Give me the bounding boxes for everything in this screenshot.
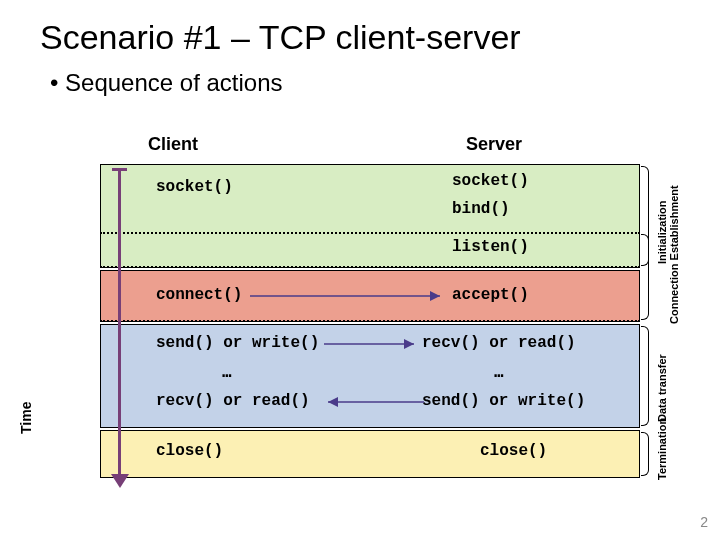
server-send: send() or write() bbox=[422, 392, 585, 410]
client-close: close() bbox=[156, 442, 223, 460]
client-recv: recv() or read() bbox=[156, 392, 310, 410]
sequence-diagram: Client Server Time socket() connect() se… bbox=[64, 134, 658, 504]
dotted-separator bbox=[100, 232, 640, 234]
server-socket: socket() bbox=[452, 172, 529, 190]
time-axis-arrow-icon bbox=[111, 474, 129, 488]
phase-label-connection: Connection Establishment bbox=[668, 185, 680, 324]
phase-label-data-transfer: Data transfer bbox=[656, 354, 668, 422]
svg-marker-3 bbox=[404, 339, 414, 349]
slide-title: Scenario #1 – TCP client-server bbox=[40, 18, 720, 57]
dotted-separator bbox=[100, 266, 640, 268]
column-headers: Client Server bbox=[120, 134, 658, 162]
server-listen: listen() bbox=[452, 238, 529, 256]
client-socket: socket() bbox=[156, 178, 233, 196]
client-ellipsis: … bbox=[222, 362, 232, 381]
svg-marker-5 bbox=[328, 397, 338, 407]
brace-termination bbox=[641, 432, 649, 476]
bullet-sequence: • Sequence of actions bbox=[50, 69, 720, 97]
phase-label-initialization: Initialization bbox=[656, 200, 668, 264]
page-number: 2 bbox=[700, 514, 708, 530]
phase-label-termination: Termination bbox=[656, 418, 668, 480]
client-send: send() or write() bbox=[156, 334, 319, 352]
brace-data-transfer bbox=[641, 326, 649, 426]
server-accept: accept() bbox=[452, 286, 529, 304]
client-connect: connect() bbox=[156, 286, 242, 304]
server-header: Server bbox=[466, 134, 522, 155]
server-recv: recv() or read() bbox=[422, 334, 576, 352]
svg-marker-1 bbox=[430, 291, 440, 301]
time-axis-label: Time bbox=[18, 402, 34, 434]
time-axis bbox=[118, 168, 121, 478]
client-header: Client bbox=[148, 134, 198, 155]
arrow-send-recv bbox=[324, 330, 424, 358]
server-ellipsis: … bbox=[494, 362, 504, 381]
arrow-recv-send bbox=[318, 388, 424, 416]
server-close: close() bbox=[480, 442, 547, 460]
arrow-connect-accept bbox=[250, 282, 450, 310]
server-bind: bind() bbox=[452, 200, 510, 218]
brace-connection bbox=[641, 234, 649, 320]
dotted-separator bbox=[100, 320, 640, 322]
